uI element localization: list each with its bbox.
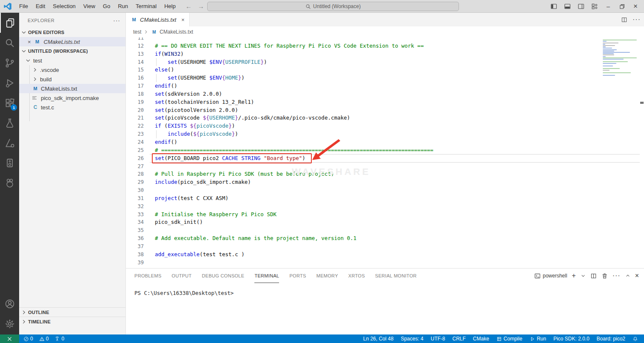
layout-customize-button[interactable] (588, 0, 601, 13)
activity-raspberry-pi-icon[interactable] (0, 173, 19, 193)
kill-terminal-button[interactable] (601, 273, 608, 279)
code-line-11: 11 (126, 37, 644, 42)
menu-file[interactable]: File (15, 0, 32, 13)
panel-tab-problems[interactable]: PROBLEMS (134, 269, 162, 283)
open-editors-section-header[interactable]: OPEN EDITORS (19, 28, 125, 37)
panel-tab-serial-monitor[interactable]: SERIAL MONITOR (375, 269, 417, 283)
breadcrumb-folder[interactable]: test (133, 29, 141, 35)
outline-section-header[interactable]: OUTLINE (19, 307, 125, 317)
code-line-31: 31project(test C CXX ASM) (126, 194, 644, 203)
status-encoding[interactable]: UTF-8 (431, 336, 445, 342)
layout-panel-toggle[interactable] (561, 0, 574, 13)
status-forwarded-ports[interactable]: 0 (54, 336, 64, 342)
remote-indicator[interactable] (0, 334, 19, 343)
menu-go[interactable]: Go (99, 0, 114, 13)
cmake-icon (5, 138, 15, 148)
close-panel-button[interactable]: × (635, 272, 639, 280)
menu-edit[interactable]: Edit (32, 0, 49, 13)
code-line-34: 34pico_sdk_init() (126, 218, 644, 226)
code-line-19: 19set(toolchainVersion 13_2_Rel1) (126, 98, 644, 106)
line-number: 11 (126, 37, 144, 42)
activity-testing-icon[interactable] (0, 113, 19, 133)
terminal-output[interactable]: PS C:\Users\16338\Desktop\test> (126, 283, 644, 296)
tree-item-label: pico_sdk_import.cmake (41, 95, 99, 101)
activity-search-icon[interactable] (0, 33, 19, 53)
panel-tab-output[interactable]: OUTPUT (172, 269, 192, 283)
line-number: 12 (126, 42, 144, 50)
line-number: 23 (126, 130, 144, 138)
activity-explorer-icon[interactable] (0, 13, 19, 33)
layout-sidebar-toggle[interactable] (547, 0, 561, 13)
panel-tab-xrtos[interactable]: XRTOS (348, 269, 365, 283)
status-warnings[interactable]: 0 (39, 336, 49, 342)
status-language-mode[interactable]: CMake (473, 336, 489, 342)
nav-back-button[interactable]: ← (185, 3, 192, 10)
menu-selection[interactable]: Selection (49, 0, 79, 13)
terminal-profile-dropdown-icon[interactable] (581, 273, 586, 278)
minimize-button[interactable]: – (601, 0, 615, 13)
tree-item-pico-sdk-import-cmake[interactable]: pico_sdk_import.cmake (19, 93, 125, 103)
workspace-section-header[interactable]: UNTITLED (WORKSPACE) (19, 46, 125, 56)
status-eol[interactable]: CRLF (453, 336, 466, 342)
activity-account-icon[interactable] (0, 294, 19, 314)
explorer-more-actions-button[interactable]: ··· (113, 17, 120, 24)
status-board[interactable]: Board: pico2 (597, 336, 625, 342)
tree-item-test[interactable]: test (19, 56, 125, 65)
split-editor-button[interactable] (621, 17, 627, 23)
workspace-title: Untitled (Workspace) (313, 3, 361, 9)
command-center-search[interactable]: Untitled (Workspace) (207, 2, 459, 11)
minimap[interactable] (602, 38, 638, 81)
code-line-20: 20set(picotoolVersion 2.0.0) (126, 106, 644, 114)
tree-item-test-c[interactable]: Ctest.c (19, 103, 125, 112)
line-number: 36 (126, 234, 144, 243)
activity-cmake-icon[interactable] (0, 133, 19, 153)
tree-item--vscode[interactable]: .vscode (19, 65, 125, 74)
new-terminal-button[interactable]: + (572, 272, 576, 279)
activity-settings-gear-icon[interactable] (0, 314, 19, 334)
maximize-panel-icon[interactable] (625, 273, 630, 278)
maximize-restore-button[interactable] (615, 0, 629, 13)
close-window-button[interactable]: × (629, 0, 642, 13)
search-icon (5, 38, 15, 48)
tree-item-cmakelists-txt[interactable]: MCMakeLists.txt (19, 84, 125, 93)
status-indentation[interactable]: Spaces: 4 (401, 336, 423, 342)
menu-run[interactable]: Run (114, 0, 132, 13)
timeline-section-header[interactable]: TIMELINE (19, 317, 125, 326)
panel-tab-memory[interactable]: MEMORY (316, 269, 338, 283)
panel-tab-debug-console[interactable]: DEBUG CONSOLE (202, 269, 245, 283)
terminal-profile[interactable]: powershell (534, 273, 567, 279)
line-number: 29 (126, 178, 144, 186)
status-run[interactable]: Run (530, 336, 546, 342)
nav-forward-button[interactable]: → (198, 3, 204, 10)
menu-bar: FileEditSelectionViewGoRunTerminalHelp (15, 0, 180, 13)
panel-tab-ports[interactable]: PORTS (289, 269, 306, 283)
line-number: 13 (126, 50, 144, 58)
panel-tab-terminal[interactable]: TERMINAL (254, 269, 279, 283)
tab-cmakelists[interactable]: M CMakeLists.txt × (126, 13, 190, 26)
breadcrumb-file[interactable]: CMakeLists.txt (160, 29, 193, 35)
activity-extensions-icon[interactable]: 1 (0, 93, 19, 113)
split-terminal-button[interactable] (590, 273, 597, 279)
status-cursor-position[interactable]: Ln 26, Col 48 (363, 336, 393, 342)
menu-terminal[interactable]: Terminal (132, 0, 160, 13)
code-editor[interactable]: 1112# == DO NEVER EDIT THE NEXT LINES fo… (126, 37, 644, 268)
status-errors[interactable]: 0 (23, 336, 33, 342)
menu-help[interactable]: Help (160, 0, 180, 13)
editor-more-actions-button[interactable]: ··· (633, 16, 641, 23)
broadcast-icon (54, 336, 60, 342)
close-editor-icon[interactable]: × (28, 39, 31, 45)
menu-view[interactable]: View (80, 0, 99, 13)
code-line-30: 30 (126, 186, 644, 194)
panel-more-actions-button[interactable]: ··· (613, 272, 621, 280)
open-editor-item[interactable]: × M CMakeLists.txt (19, 37, 125, 46)
activity-pico-project-icon[interactable] (0, 153, 19, 173)
status-notifications[interactable] (633, 336, 638, 342)
code-line-39: 39 (126, 259, 644, 267)
status-pico-sdk[interactable]: Pico SDK: 2.0.0 (553, 336, 590, 342)
tree-item-build[interactable]: build (19, 74, 125, 84)
layout-secondary-sidebar-toggle[interactable] (574, 0, 588, 13)
activity-run-debug-icon[interactable] (0, 73, 19, 93)
activity-source-control-icon[interactable] (0, 53, 19, 73)
status-compile[interactable]: Compile (496, 336, 522, 342)
close-tab-icon[interactable]: × (181, 17, 185, 23)
